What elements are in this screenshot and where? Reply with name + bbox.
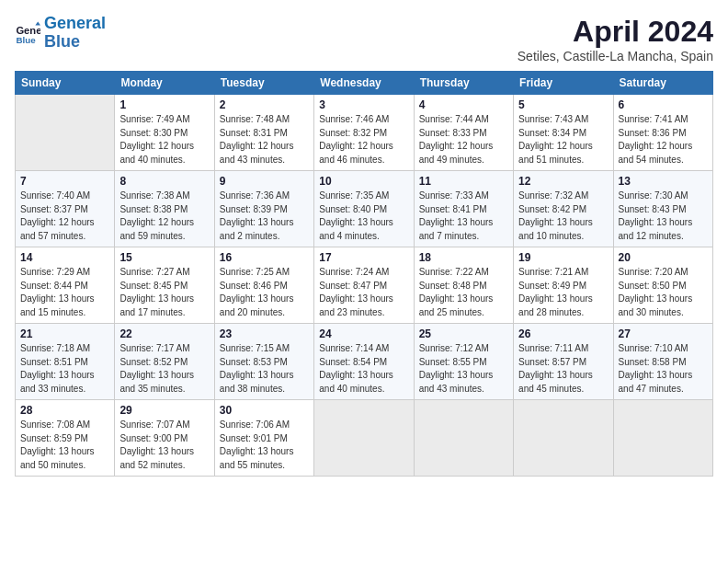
calendar-cell bbox=[514, 400, 613, 477]
svg-marker-2 bbox=[35, 21, 40, 25]
day-number: 29 bbox=[119, 404, 209, 417]
day-info: Sunrise: 7:44 AMSunset: 8:33 PMDaylight:… bbox=[419, 113, 508, 167]
calendar-cell: 18Sunrise: 7:22 AMSunset: 8:48 PMDayligh… bbox=[414, 247, 513, 324]
calendar-week-row: 14Sunrise: 7:29 AMSunset: 8:44 PMDayligh… bbox=[16, 247, 713, 324]
location: Setiles, Castille-La Mancha, Spain bbox=[518, 49, 713, 63]
calendar-week-row: 7Sunrise: 7:40 AMSunset: 8:37 PMDaylight… bbox=[16, 171, 713, 247]
calendar-cell: 19Sunrise: 7:21 AMSunset: 8:49 PMDayligh… bbox=[514, 247, 613, 324]
day-number: 2 bbox=[220, 98, 309, 111]
day-info: Sunrise: 7:32 AMSunset: 8:42 PMDaylight:… bbox=[518, 190, 608, 243]
day-info: Sunrise: 7:17 AMSunset: 8:52 PMDaylight:… bbox=[119, 342, 209, 396]
calendar-cell bbox=[16, 95, 115, 171]
calendar-cell: 26Sunrise: 7:11 AMSunset: 8:57 PMDayligh… bbox=[514, 324, 613, 400]
day-info: Sunrise: 7:22 AMSunset: 8:48 PMDaylight:… bbox=[419, 266, 508, 319]
calendar-cell: 7Sunrise: 7:40 AMSunset: 8:37 PMDaylight… bbox=[16, 171, 115, 247]
day-info: Sunrise: 7:25 AMSunset: 8:46 PMDaylight:… bbox=[220, 266, 309, 319]
day-info: Sunrise: 7:08 AMSunset: 8:59 PMDaylight:… bbox=[20, 419, 109, 472]
calendar-cell: 6Sunrise: 7:41 AMSunset: 8:36 PMDaylight… bbox=[613, 95, 712, 171]
day-number: 6 bbox=[619, 98, 708, 111]
day-number: 23 bbox=[220, 327, 309, 340]
calendar-cell: 5Sunrise: 7:43 AMSunset: 8:34 PMDaylight… bbox=[514, 95, 613, 171]
day-number: 21 bbox=[20, 327, 109, 340]
calendar-cell bbox=[314, 400, 414, 477]
calendar-cell: 24Sunrise: 7:14 AMSunset: 8:54 PMDayligh… bbox=[314, 324, 414, 400]
calendar-cell: 23Sunrise: 7:15 AMSunset: 8:53 PMDayligh… bbox=[214, 324, 313, 400]
day-info: Sunrise: 7:41 AMSunset: 8:36 PMDaylight:… bbox=[619, 113, 708, 167]
day-number: 3 bbox=[319, 98, 408, 111]
calendar-table: SundayMondayTuesdayWednesdayThursdayFrid… bbox=[15, 71, 713, 477]
calendar-cell: 3Sunrise: 7:46 AMSunset: 8:32 PMDaylight… bbox=[314, 95, 414, 171]
weekday-header: Wednesday bbox=[314, 72, 414, 95]
day-info: Sunrise: 7:35 AMSunset: 8:40 PMDaylight:… bbox=[319, 190, 408, 243]
day-info: Sunrise: 7:30 AMSunset: 8:43 PMDaylight:… bbox=[619, 190, 708, 243]
logo-text: General bbox=[44, 15, 106, 33]
calendar-week-row: 28Sunrise: 7:08 AMSunset: 8:59 PMDayligh… bbox=[16, 400, 713, 477]
day-info: Sunrise: 7:27 AMSunset: 8:45 PMDaylight:… bbox=[119, 266, 209, 319]
calendar-cell: 30Sunrise: 7:06 AMSunset: 9:01 PMDayligh… bbox=[214, 400, 313, 477]
calendar-cell: 15Sunrise: 7:27 AMSunset: 8:45 PMDayligh… bbox=[115, 247, 214, 324]
day-number: 19 bbox=[518, 251, 608, 264]
weekday-header: Sunday bbox=[16, 72, 115, 95]
calendar-cell bbox=[613, 400, 712, 477]
weekday-header: Thursday bbox=[414, 72, 513, 95]
calendar-cell: 21Sunrise: 7:18 AMSunset: 8:51 PMDayligh… bbox=[16, 324, 115, 400]
day-info: Sunrise: 7:10 AMSunset: 8:58 PMDaylight:… bbox=[619, 342, 708, 396]
calendar-header-row: SundayMondayTuesdayWednesdayThursdayFrid… bbox=[16, 72, 713, 95]
day-info: Sunrise: 7:36 AMSunset: 8:39 PMDaylight:… bbox=[220, 190, 309, 243]
day-number: 8 bbox=[119, 175, 209, 188]
calendar-cell: 29Sunrise: 7:07 AMSunset: 9:00 PMDayligh… bbox=[115, 400, 214, 477]
calendar-cell: 10Sunrise: 7:35 AMSunset: 8:40 PMDayligh… bbox=[314, 171, 414, 247]
calendar-cell: 22Sunrise: 7:17 AMSunset: 8:52 PMDayligh… bbox=[115, 324, 214, 400]
calendar-cell: 4Sunrise: 7:44 AMSunset: 8:33 PMDaylight… bbox=[414, 95, 513, 171]
day-info: Sunrise: 7:33 AMSunset: 8:41 PMDaylight:… bbox=[419, 190, 508, 243]
day-info: Sunrise: 7:21 AMSunset: 8:49 PMDaylight:… bbox=[518, 266, 608, 319]
calendar-week-row: 21Sunrise: 7:18 AMSunset: 8:51 PMDayligh… bbox=[16, 324, 713, 400]
day-info: Sunrise: 7:48 AMSunset: 8:31 PMDaylight:… bbox=[220, 113, 309, 167]
day-number: 9 bbox=[220, 175, 309, 188]
calendar-cell: 2Sunrise: 7:48 AMSunset: 8:31 PMDaylight… bbox=[214, 95, 313, 171]
day-number: 16 bbox=[220, 251, 309, 264]
day-info: Sunrise: 7:20 AMSunset: 8:50 PMDaylight:… bbox=[619, 266, 708, 319]
day-info: Sunrise: 7:15 AMSunset: 8:53 PMDaylight:… bbox=[220, 342, 309, 396]
day-info: Sunrise: 7:18 AMSunset: 8:51 PMDaylight:… bbox=[20, 342, 109, 396]
logo: General Blue General Blue bbox=[15, 15, 106, 52]
day-number: 14 bbox=[20, 251, 109, 264]
day-number: 24 bbox=[319, 327, 408, 340]
day-info: Sunrise: 7:11 AMSunset: 8:57 PMDaylight:… bbox=[518, 342, 608, 396]
day-number: 18 bbox=[419, 251, 508, 264]
day-info: Sunrise: 7:49 AMSunset: 8:30 PMDaylight:… bbox=[119, 113, 209, 167]
day-info: Sunrise: 7:43 AMSunset: 8:34 PMDaylight:… bbox=[518, 113, 608, 167]
day-number: 28 bbox=[20, 404, 109, 417]
calendar-cell: 1Sunrise: 7:49 AMSunset: 8:30 PMDaylight… bbox=[115, 95, 214, 171]
day-number: 7 bbox=[20, 175, 109, 188]
calendar-cell bbox=[414, 400, 513, 477]
weekday-header: Monday bbox=[115, 72, 214, 95]
day-number: 17 bbox=[319, 251, 408, 264]
day-number: 11 bbox=[419, 175, 508, 188]
day-info: Sunrise: 7:07 AMSunset: 9:00 PMDaylight:… bbox=[119, 419, 209, 472]
calendar-cell: 9Sunrise: 7:36 AMSunset: 8:39 PMDaylight… bbox=[214, 171, 313, 247]
calendar-cell: 25Sunrise: 7:12 AMSunset: 8:55 PMDayligh… bbox=[414, 324, 513, 400]
weekday-header: Saturday bbox=[613, 72, 712, 95]
page-header: General Blue General Blue April 2024 Set… bbox=[15, 15, 713, 63]
day-number: 20 bbox=[619, 251, 708, 264]
calendar-week-row: 1Sunrise: 7:49 AMSunset: 8:30 PMDaylight… bbox=[16, 95, 713, 171]
calendar-cell: 17Sunrise: 7:24 AMSunset: 8:47 PMDayligh… bbox=[314, 247, 414, 324]
logo-subtext: Blue bbox=[44, 33, 106, 52]
day-number: 22 bbox=[119, 327, 209, 340]
svg-text:Blue: Blue bbox=[16, 35, 36, 45]
calendar-cell: 8Sunrise: 7:38 AMSunset: 8:38 PMDaylight… bbox=[115, 171, 214, 247]
day-number: 30 bbox=[220, 404, 309, 417]
weekday-header: Tuesday bbox=[214, 72, 313, 95]
day-number: 13 bbox=[619, 175, 708, 188]
day-number: 10 bbox=[319, 175, 408, 188]
day-info: Sunrise: 7:14 AMSunset: 8:54 PMDaylight:… bbox=[319, 342, 408, 396]
day-info: Sunrise: 7:29 AMSunset: 8:44 PMDaylight:… bbox=[20, 266, 109, 319]
day-info: Sunrise: 7:06 AMSunset: 9:01 PMDaylight:… bbox=[220, 419, 309, 472]
day-number: 1 bbox=[119, 98, 209, 111]
calendar-cell: 28Sunrise: 7:08 AMSunset: 8:59 PMDayligh… bbox=[16, 400, 115, 477]
day-number: 27 bbox=[619, 327, 708, 340]
calendar-cell: 11Sunrise: 7:33 AMSunset: 8:41 PMDayligh… bbox=[414, 171, 513, 247]
day-number: 26 bbox=[518, 327, 608, 340]
day-number: 15 bbox=[119, 251, 209, 264]
